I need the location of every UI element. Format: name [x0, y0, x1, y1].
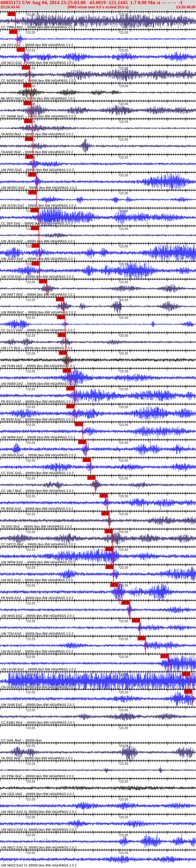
pick-flag[interactable]: xT 4 [7, 12, 15, 16]
pick-flag[interactable]: xT 4 [25, 137, 33, 141]
pick-flag[interactable]: xT 4 [132, 619, 140, 623]
pick-flag[interactable]: xT 4 [101, 512, 109, 516]
pick-flag[interactable]: xT 4 [56, 298, 64, 301]
event-header: 60835172 UW Aug 04, 2014 23:25:03.00 43.… [0, 0, 196, 10]
pick-flag[interactable]: xT 4 [75, 423, 83, 426]
rms-scaling-note: (RMS noise over 6.0 s scaled 20.0 x) [0, 5, 196, 9]
pick-flag[interactable]: xT 4 [59, 351, 67, 355]
pick-flag[interactable]: xT 4 [160, 654, 168, 658]
pick-flag[interactable]: xT 4 [110, 583, 118, 587]
pick-flag[interactable]: xT 4 [63, 369, 71, 373]
pick-flag[interactable]: xT 4 [9, 30, 17, 34]
pick-flag[interactable]: xT 4 [57, 315, 65, 319]
pick-flag[interactable]: xT 4 [24, 101, 32, 105]
pick-flag[interactable]: xT 4 [138, 637, 146, 641]
pick-flag[interactable]: xT 4 [16, 48, 25, 52]
pick-flag[interactable]: xT 4 [31, 209, 39, 212]
pick-flag[interactable]: xT 4 [23, 84, 31, 88]
pick-flag[interactable]: xT 4 [182, 672, 190, 676]
pick-flag[interactable]: xT 4 [105, 529, 113, 533]
pick-flag[interactable]: xT 4 [66, 405, 74, 408]
pick-flag[interactable]: xT 4 [78, 440, 86, 444]
pick-flag[interactable]: xT 4 [66, 387, 74, 391]
pick-flag[interactable]: xT 4 [100, 494, 108, 498]
pick-flag[interactable]: xT 4 [31, 226, 39, 230]
pick-flag[interactable]: xT 4 [83, 458, 90, 462]
pick-flag[interactable]: xT 4 [121, 601, 129, 605]
station-label: UW NN32 EHZ 01 99999.0km BW HIGHPASS 2.0… [1, 864, 77, 867]
pick-flag[interactable]: xT 4 [32, 244, 39, 248]
pick-flag[interactable]: xT 4 [22, 66, 30, 70]
pick-flag[interactable]: xT 4 [87, 476, 95, 480]
window-end-time: 23:26:49.00 [176, 5, 195, 9]
pick-flag[interactable]: xT 4 [57, 333, 66, 337]
pick-flag[interactable]: xT 4 [106, 565, 113, 569]
pick-flag[interactable]: xT 4 [29, 191, 37, 194]
pick-flag[interactable]: xT 4 [39, 280, 47, 283]
pick-flag[interactable]: xT 4 [105, 547, 113, 551]
pick-flag[interactable]: xT 4 [25, 155, 33, 159]
trace-row[interactable]: 23:2523:26UW NN32 EHZ 01 99999.0km BW HI… [0, 850, 196, 868]
pick-flag[interactable]: xT 4 [24, 119, 32, 123]
pick-flag[interactable]: xT 4 [28, 173, 36, 177]
pick-flag[interactable]: xT 4 [184, 690, 192, 694]
seismic-trace-viewer: 60835172 UW Aug 04, 2014 23:25:03.00 43.… [0, 0, 196, 868]
pick-flag[interactable]: xT 4 [32, 262, 39, 266]
